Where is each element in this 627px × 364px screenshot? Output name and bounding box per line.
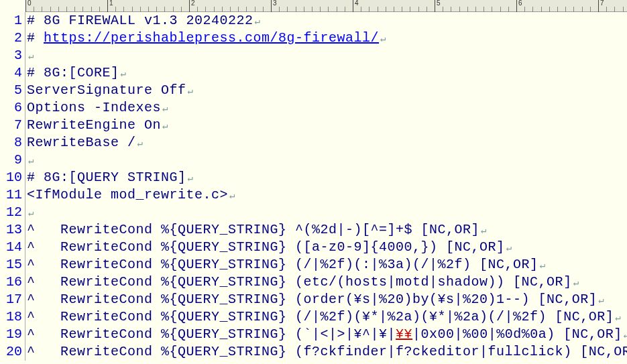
ruler-minor <box>320 7 321 12</box>
ruler-minor <box>230 7 231 12</box>
ruler-minor <box>532 7 533 12</box>
ruler-minor <box>426 7 427 12</box>
code-line[interactable]: ^ RewriteCond %{QUERY_STRING} (/|%2f)(:|… <box>27 256 627 274</box>
eol-marker: ↵ <box>162 103 168 114</box>
ruler-minor <box>156 7 157 12</box>
ruler-major: 2 <box>189 0 195 12</box>
ruler-major: 7 <box>598 0 604 12</box>
eol-marker: ↵ <box>28 208 34 219</box>
code-line[interactable]: # https://perishablepress.com/8g-firewal… <box>27 29 627 47</box>
line-number: 20 <box>0 343 22 361</box>
eol-marker: ↵ <box>188 86 194 97</box>
ruler-minor <box>246 7 247 12</box>
code-line[interactable]: ^ RewriteCond %{QUERY_STRING} ([a-z0-9]{… <box>27 239 627 256</box>
code-line[interactable]: # 8G:[QUERY STRING]↵ <box>27 169 627 186</box>
ruler-minor <box>222 7 223 12</box>
ruler-minor <box>123 7 124 12</box>
code-line[interactable]: ↵ <box>27 151 627 169</box>
ruler-minor <box>623 7 624 12</box>
code-text: # 8G:[QUERY STRING] <box>27 170 186 185</box>
code-line[interactable]: ^ RewriteCond %{QUERY_STRING} (f?ckfinde… <box>27 343 627 361</box>
line-number: 6 <box>0 99 22 117</box>
ruler-minor <box>369 7 369 12</box>
ruler-minor <box>378 7 378 12</box>
code-highlight: ¥¥ <box>396 326 412 342</box>
line-number: 9 <box>0 151 22 169</box>
ruler-minor <box>238 7 239 12</box>
ruler-minor <box>328 7 329 12</box>
ruler-minor <box>565 7 566 12</box>
ruler-minor <box>58 7 59 12</box>
code-line[interactable]: ^ RewriteCond %{QUERY_STRING} (order(¥s|… <box>27 291 627 308</box>
line-number-gutter: 1234567891011121314151617181920 <box>0 12 25 361</box>
line-number: 17 <box>0 291 22 308</box>
code-text: ^ RewriteCond %{QUERY_STRING} (f?ckfinde… <box>27 344 627 359</box>
ruler-major: 4 <box>353 0 359 12</box>
line-number: 8 <box>0 134 22 151</box>
code-text: ^ RewriteCond %{QUERY_STRING} (etc/(host… <box>27 274 572 290</box>
code-line[interactable]: ↵ <box>27 204 627 221</box>
code-line[interactable]: # 8G:[CORE]↵ <box>27 64 627 82</box>
code-content[interactable]: # 8G FIREWALL v1.3 20240222↵# https://pe… <box>25 12 627 361</box>
code-line[interactable]: ^ RewriteCond %{QUERY_STRING} (/|%2f)(¥*… <box>27 308 627 326</box>
eol-marker: ↵ <box>28 51 34 62</box>
code-line[interactable]: ^ RewriteCond %{QUERY_STRING} (`|<|>|¥^|… <box>27 326 627 343</box>
ruler-minor <box>475 7 476 12</box>
ruler-minor <box>279 7 280 12</box>
ruler-minor <box>287 7 288 12</box>
ruler-minor <box>312 7 312 12</box>
code-text: ^ RewriteCond %{QUERY_STRING} (/|%2f)(:|… <box>27 257 538 272</box>
ruler-major: 3 <box>271 0 277 12</box>
code-text: ^ RewriteCond %{QUERY_STRING} ([a-z0-9]{… <box>27 239 505 255</box>
code-link[interactable]: https://perishablepress.com/8g-firewall/ <box>44 30 379 46</box>
ruler-minor <box>132 7 133 12</box>
eol-marker: ↵ <box>255 16 261 27</box>
ruler-minor <box>173 7 174 12</box>
code-line[interactable]: <IfModule mod_rewrite.c>↵ <box>27 186 627 204</box>
code-line[interactable]: Options -Indexes↵ <box>27 99 627 117</box>
ruler-major: 5 <box>435 0 441 12</box>
ruler-minor <box>443 7 443 12</box>
ruler: 01234567 <box>25 0 627 12</box>
eol-marker: ↵ <box>506 243 512 253</box>
code-line[interactable]: ↵ <box>27 47 627 64</box>
ruler-minor <box>148 7 149 12</box>
ruler-minor <box>508 7 509 12</box>
code-line[interactable]: ServerSignature Off↵ <box>27 82 627 99</box>
ruler-minor <box>263 7 264 12</box>
line-number: 3 <box>0 47 22 64</box>
code-text: # 8G:[CORE] <box>27 65 119 80</box>
line-number: 10 <box>0 169 22 186</box>
eol-marker: ↵ <box>540 260 546 271</box>
eol-marker: ↵ <box>229 190 235 201</box>
code-line[interactable]: ^ RewriteCond %{QUERY_STRING} (etc/(host… <box>27 274 627 291</box>
code-line[interactable]: RewriteEngine On↵ <box>27 117 627 134</box>
ruler-minor <box>573 7 574 12</box>
ruler-major: 6 <box>516 0 522 12</box>
line-number: 13 <box>0 221 22 239</box>
editor-area[interactable]: 1234567891011121314151617181920 # 8G FIR… <box>0 12 627 361</box>
ruler-minor <box>606 7 607 12</box>
eol-marker: ↵ <box>598 295 604 306</box>
ruler-minor <box>205 7 206 12</box>
code-text: ServerSignature Off <box>27 82 186 98</box>
ruler-minor <box>91 7 92 12</box>
line-number: 11 <box>0 186 22 204</box>
code-line[interactable]: RewriteBase /↵ <box>27 134 627 151</box>
ruler-minor <box>214 7 215 12</box>
ruler-minor <box>82 7 83 12</box>
code-line[interactable]: # 8G FIREWALL v1.3 20240222↵ <box>27 12 627 29</box>
code-text: RewriteEngine On <box>27 117 161 133</box>
line-number: 1 <box>0 12 22 29</box>
ruler-minor <box>34 7 34 12</box>
ruler-minor <box>197 7 198 12</box>
code-line[interactable]: ^ RewriteCond %{QUERY_STRING} ^(%2d|-)[^… <box>27 221 627 239</box>
ruler-minor <box>410 7 410 12</box>
ruler-minor <box>42 7 42 12</box>
ruler-minor <box>50 7 51 12</box>
ruler-minor <box>614 7 615 12</box>
line-number: 7 <box>0 117 22 134</box>
line-number: 2 <box>0 29 22 47</box>
ruler-minor <box>304 7 304 12</box>
eol-marker: ↵ <box>188 173 194 184</box>
